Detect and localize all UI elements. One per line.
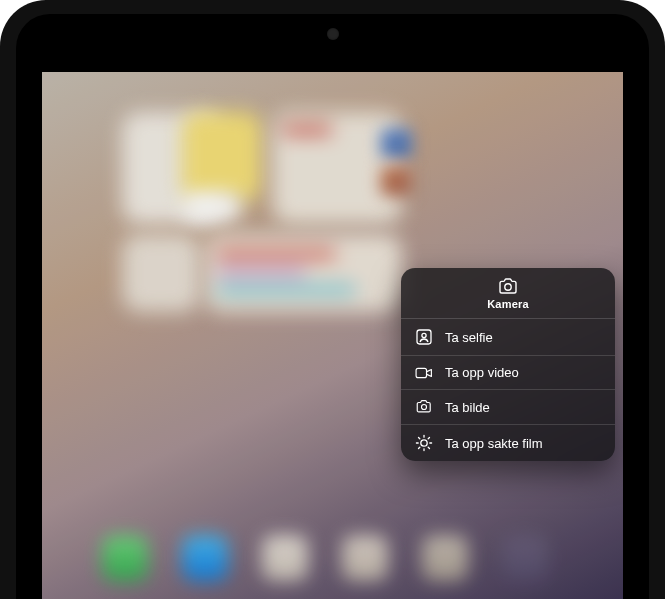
svg-line-12 (428, 438, 429, 439)
svg-point-0 (505, 284, 511, 290)
camera-icon (497, 278, 519, 296)
menu-item-slowmo[interactable]: Ta opp sakte film (401, 425, 615, 461)
svg-line-10 (419, 438, 420, 439)
camera-quick-actions-menu: Kamera Ta selfie (401, 268, 615, 461)
menu-item-label: Ta opp video (445, 365, 601, 380)
menu-title: Kamera (487, 298, 529, 310)
front-camera-dot (327, 28, 339, 40)
menu-item-selfie[interactable]: Ta selfie (401, 319, 615, 356)
svg-line-13 (419, 447, 420, 448)
svg-line-11 (428, 447, 429, 448)
selfie-icon (415, 328, 433, 346)
video-icon (415, 366, 433, 380)
svg-rect-3 (416, 368, 426, 377)
menu-item-photo[interactable]: Ta bilde (401, 390, 615, 425)
device-inner-frame: Kamera Ta selfie (16, 14, 649, 599)
menu-item-label: Ta opp sakte film (445, 436, 601, 451)
device-frame: Kamera Ta selfie (0, 0, 665, 599)
slowmo-icon (415, 434, 433, 452)
home-screen-blurred: Kamera Ta selfie (42, 72, 623, 599)
menu-item-video[interactable]: Ta opp video (401, 356, 615, 390)
menu-item-label: Ta selfie (445, 330, 601, 345)
menu-item-label: Ta bilde (445, 400, 601, 415)
menu-header: Kamera (401, 268, 615, 319)
svg-point-2 (422, 333, 426, 337)
svg-point-5 (421, 440, 427, 446)
svg-point-4 (421, 404, 426, 409)
photo-icon (415, 399, 433, 415)
